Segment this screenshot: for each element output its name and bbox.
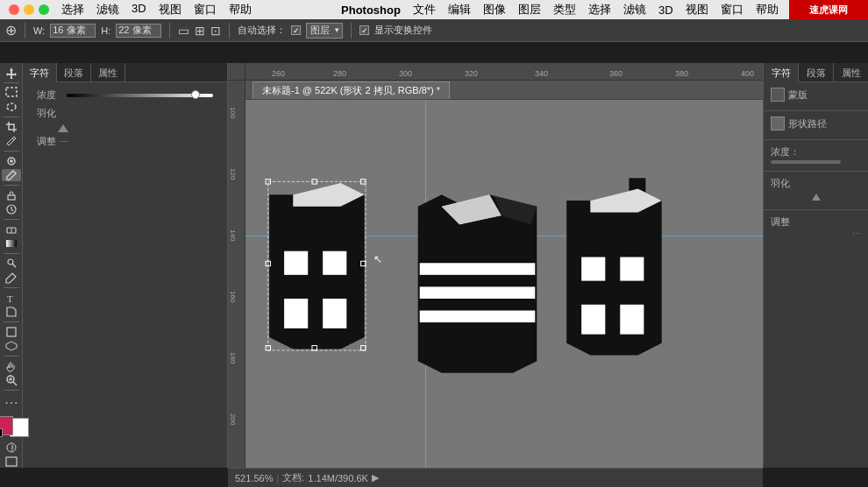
tab-properties[interactable]: 属性 — [91, 63, 125, 82]
svg-text:T: T — [7, 293, 13, 304]
menu-edit[interactable]: 编辑 — [448, 2, 471, 18]
right-tab-properties[interactable]: 属性 — [834, 63, 868, 82]
tool-3d[interactable] — [2, 340, 21, 352]
tool-sep-3 — [4, 151, 19, 152]
status-sep: | — [276, 473, 279, 483]
canvas-svg: ↖ — [245, 100, 763, 468]
tab-character[interactable]: 字符 — [23, 63, 57, 82]
svg-marker-0 — [6, 67, 17, 79]
svg-marker-36 — [418, 194, 537, 372]
doc-label: 文档: — [282, 471, 304, 484]
density-thumb[interactable] — [191, 90, 200, 99]
ruler-num-360: 360 — [609, 69, 623, 78]
tool-heal[interactable] — [2, 155, 21, 167]
shape-path-row: 形状路径 — [771, 116, 861, 131]
tool-rect-select[interactable] — [2, 87, 21, 99]
menu-window-left[interactable]: 窗口 — [194, 2, 217, 18]
shape-transform-icon[interactable]: ⊡ — [210, 24, 221, 38]
tool-type[interactable]: T — [2, 292, 21, 304]
ruler-num-v-200: 200 — [229, 413, 237, 425]
menu-layer[interactable]: 图层 — [518, 2, 541, 18]
tool-eraser[interactable] — [2, 223, 21, 236]
auto-select-checkbox[interactable] — [291, 25, 301, 35]
canvas-inner: ↖ — [245, 100, 763, 468]
tool-shape[interactable] — [2, 326, 21, 338]
svg-marker-20 — [269, 183, 365, 349]
left-panel-tabs: 字符 段落 属性 — [23, 63, 227, 82]
svg-rect-50 — [620, 305, 644, 335]
svg-rect-40 — [420, 263, 536, 275]
width-input[interactable] — [50, 24, 96, 38]
adjust-row: 调整 ⋯ — [30, 132, 220, 151]
menu-3d-r[interactable]: 3D — [658, 4, 673, 17]
svg-rect-48 — [620, 257, 644, 280]
shape-1-group: ↖ — [266, 180, 382, 350]
tool-gradient[interactable] — [2, 237, 21, 250]
move-tool-icon[interactable]: ⊕ — [5, 22, 17, 39]
tool-history[interactable] — [2, 203, 21, 215]
menu-view-left[interactable]: 视图 — [159, 2, 181, 18]
ruler-num-380: 380 — [675, 69, 688, 78]
ps-toolbar: ⊕ W: H: ▭ ⊞ ⊡ 自动选择： 图层 ▼ 显示变换控件 — [0, 19, 868, 42]
toolbar-sep-1 — [25, 23, 25, 39]
tool-eyedropper[interactable] — [2, 135, 21, 147]
maximize-dot[interactable] — [39, 4, 49, 15]
canvas-tab[interactable]: 未标题-1 @ 522K (形状 2 拷贝, RGB/8*) * — [253, 81, 450, 99]
default-colors-icon[interactable] — [0, 428, 3, 437]
close-dot[interactable] — [9, 4, 19, 15]
mask-swatch[interactable] — [771, 88, 785, 102]
feather-label: 羽化 — [37, 107, 61, 120]
mask-section: 蒙版 — [764, 82, 868, 111]
tool-zoom[interactable] — [2, 374, 21, 386]
svg-line-15 — [13, 382, 17, 385]
menu-window-r[interactable]: 窗口 — [721, 2, 743, 18]
svg-rect-5 — [8, 195, 15, 200]
menu-select[interactable]: 选择 — [61, 2, 84, 18]
ruler-num-320: 320 — [465, 69, 478, 78]
right-density-track[interactable] — [771, 160, 841, 164]
tool-path-select[interactable] — [2, 306, 21, 318]
tab-paragraph[interactable]: 段落 — [57, 63, 91, 82]
right-tab-character[interactable]: 字符 — [764, 63, 799, 82]
tool-stamp[interactable] — [2, 189, 21, 201]
tool-brush[interactable] — [2, 169, 21, 181]
status-arrow[interactable]: ▶ — [372, 472, 379, 483]
menu-file[interactable]: 文件 — [413, 2, 436, 18]
menu-bar: 选择 滤镜 3D 视图 窗口 帮助 Photoshop 文件 编辑 图像 图层 … — [0, 0, 868, 19]
tool-lasso[interactable] — [2, 101, 21, 113]
menu-help-r[interactable]: 帮助 — [756, 2, 779, 18]
right-adjust-section: 调整 ⋯ — [764, 210, 868, 244]
menu-type[interactable]: 类型 — [553, 2, 576, 18]
tool-pen[interactable] — [2, 272, 21, 284]
right-tab-paragraph[interactable]: 段落 — [799, 63, 834, 82]
minimize-dot[interactable] — [24, 4, 34, 15]
menu-filter-r[interactable]: 滤镜 — [623, 2, 646, 18]
tool-move[interactable] — [2, 67, 21, 79]
tool-crop[interactable] — [2, 121, 21, 133]
tool-screenmode[interactable] — [2, 455, 21, 468]
shape-2-group — [418, 194, 537, 372]
shape-grid-icon[interactable]: ⊞ — [195, 24, 205, 38]
right-adjust-dots-icon: ⋯ — [771, 229, 861, 238]
window-controls — [9, 4, 49, 15]
menu-filter[interactable]: 滤镜 — [96, 2, 119, 18]
tool-quickmask[interactable] — [2, 441, 21, 453]
menu-image[interactable]: 图像 — [483, 2, 506, 18]
feather-triangle-icon — [58, 124, 68, 132]
menu-3d-left[interactable]: 3D — [132, 2, 146, 18]
tool-more[interactable]: ⋯ — [2, 394, 21, 411]
shape-rect-icon[interactable]: ▭ — [178, 24, 189, 38]
color-swatches[interactable] — [0, 416, 29, 438]
tool-hand[interactable] — [2, 360, 21, 372]
show-transform-checkbox[interactable] — [359, 25, 369, 35]
height-input[interactable] — [116, 24, 161, 38]
layer-dropdown[interactable]: 图层 ▼ — [306, 23, 343, 39]
menu-help-left[interactable]: 帮助 — [229, 2, 252, 18]
tool-dodge[interactable] — [2, 258, 21, 270]
auto-select-label: 自动选择： — [238, 24, 286, 37]
shape-path-swatch[interactable] — [771, 116, 785, 131]
svg-rect-34 — [361, 346, 366, 350]
menu-select-r[interactable]: 选择 — [588, 2, 611, 18]
density-track[interactable] — [67, 94, 213, 97]
menu-view-r[interactable]: 视图 — [686, 2, 708, 18]
